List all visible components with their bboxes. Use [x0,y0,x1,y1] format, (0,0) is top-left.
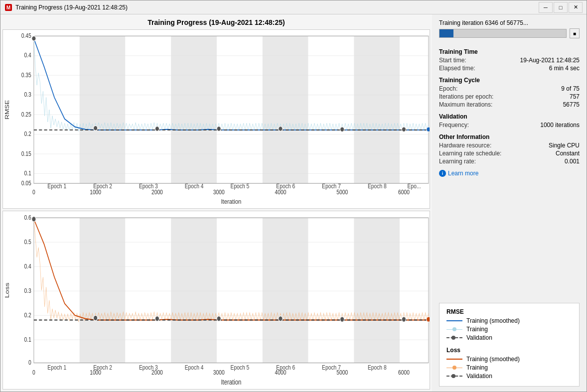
minimize-button[interactable]: ─ [539,2,553,13]
svg-rect-6 [171,36,217,183]
epoch-row: Epoch: 9 of 75 [439,85,580,92]
loss-validation-line-container [446,373,462,379]
svg-point-61 [340,127,344,132]
svg-rect-65 [34,218,80,363]
epoch-label: Epoch: [439,85,457,92]
window-controls: ─ □ ✕ [539,2,583,13]
svg-text:0.4: 0.4 [24,52,31,59]
svg-text:Iteration: Iteration [221,378,241,386]
svg-text:0.15: 0.15 [21,150,31,157]
maximize-button[interactable]: □ [554,2,568,13]
svg-rect-72 [354,218,400,363]
svg-text:Epoch 6: Epoch 6 [276,363,295,371]
svg-text:Epo...: Epo... [408,183,421,189]
svg-text:Epoch 4: Epoch 4 [185,183,204,189]
svg-point-117 [279,316,283,321]
freq-label: Frequency: [439,122,469,129]
svg-point-116 [217,316,221,321]
svg-rect-66 [80,218,126,363]
svg-text:Epoch 8: Epoch 8 [368,363,387,371]
svg-text:Epoch 7: Epoch 7 [322,183,341,189]
svg-rect-4 [80,36,126,183]
chart-area: Training Progress (19-Aug-2021 12:48:25) [0,14,432,392]
loss-legend-title: Loss [446,347,572,354]
rmse-legend-title: RMSE [446,308,572,315]
svg-text:Epoch 6: Epoch 6 [276,183,295,189]
svg-text:Epoch 1: Epoch 1 [47,363,66,371]
svg-rect-69 [217,218,263,363]
svg-text:0.35: 0.35 [21,72,31,78]
svg-text:0.4: 0.4 [24,262,31,270]
svg-text:0.45: 0.45 [21,32,31,39]
svg-rect-73 [400,218,429,363]
iter-per-epoch-row: Iterations per epoch: 757 [439,93,580,100]
svg-text:Loss: Loss [4,282,10,297]
other-info-section: Other Information [439,133,580,140]
lr-value: 0.001 [565,158,580,165]
training-time-section: Training Time [439,48,580,55]
svg-text:0.1: 0.1 [24,335,31,343]
rmse-training-smoothed-line [446,320,462,321]
elapsed-time-row: Elapsed time: 6 min 4 sec [439,65,580,72]
svg-text:0.05: 0.05 [21,180,31,186]
hw-label: Hardware resource: [439,142,491,149]
main-window: M Training Progress (19-Aug-2021 12:48:2… [0,0,587,392]
training-cycle-section: Training Cycle [439,77,580,84]
svg-text:0.3: 0.3 [24,92,31,98]
svg-text:0: 0 [32,189,35,196]
svg-rect-71 [308,218,354,363]
svg-point-63 [427,127,430,132]
loss-validation-label: Validation [466,373,492,380]
rmse-validation-dot [451,336,455,340]
title-bar: M Training Progress (19-Aug-2021 12:48:2… [0,0,587,14]
svg-text:Epoch 7: Epoch 7 [322,363,341,371]
svg-text:4000: 4000 [275,189,286,196]
lr-row: Learning rate: 0.001 [439,158,580,165]
start-time-row: Start time: 19-Aug-2021 12:48:25 [439,57,580,64]
lr-sched-row: Learning rate schedule: Constant [439,150,580,157]
learn-more-text: Learn more [448,170,478,177]
svg-point-62 [402,127,406,132]
svg-text:0.5: 0.5 [24,238,31,246]
loss-validation-dot [451,374,455,378]
svg-text:2000: 2000 [151,189,163,196]
progress-bar-inner [440,29,453,37]
validation-section: Validation [439,113,580,120]
svg-text:RMSE: RMSE [4,100,10,120]
svg-point-59 [217,127,221,131]
svg-point-56 [32,36,36,41]
svg-text:0: 0 [28,359,31,367]
rmse-training-smoothed-label: Training (smoothed) [466,317,520,324]
svg-text:6000: 6000 [398,369,410,377]
svg-text:0: 0 [32,369,35,377]
chart-title: Training Progress (19-Aug-2021 12:48:25) [2,18,430,26]
max-iter-value: 56775 [563,101,580,108]
svg-rect-70 [263,218,308,363]
lr-sched-label: Learning rate schedule: [439,150,501,157]
loss-training-label: Training [466,364,488,371]
start-time-value: 19-Aug-2021 12:48:25 [520,57,580,64]
max-iter-label: Maximum iterations: [439,101,492,108]
svg-text:Epoch 5: Epoch 5 [231,183,250,189]
svg-point-58 [155,127,159,131]
rmse-validation-label: Validation [466,334,492,341]
elapsed-time-value: 6 min 4 sec [549,65,580,72]
learn-more-link[interactable]: i Learn more [439,170,580,177]
svg-rect-9 [308,36,354,183]
svg-text:0.6: 0.6 [24,213,31,221]
svg-rect-68 [171,218,217,363]
lr-sched-value: Constant [556,150,580,157]
loss-validation-row: Validation [446,373,572,380]
stop-training-button[interactable]: ■ [570,28,580,38]
close-button[interactable]: ✕ [569,2,583,13]
svg-text:Iteration: Iteration [221,198,241,205]
svg-text:Epoch 3: Epoch 3 [139,183,158,189]
rmse-validation-row: Validation [446,334,572,341]
svg-text:0.2: 0.2 [24,311,31,319]
svg-text:Epoch 3: Epoch 3 [139,363,158,371]
svg-rect-5 [125,36,171,183]
svg-text:0.1: 0.1 [24,170,31,176]
svg-point-60 [279,127,283,131]
svg-rect-8 [263,36,308,183]
svg-text:0.3: 0.3 [24,286,31,294]
